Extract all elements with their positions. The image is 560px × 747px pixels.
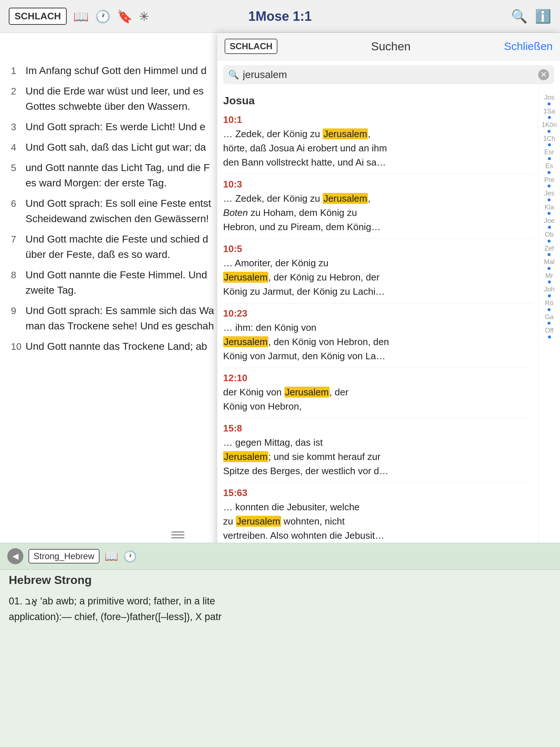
info-icon[interactable]: ℹ️ [535,9,551,24]
book-item-1sa[interactable]: 1Sa [543,107,555,121]
book-item-kla[interactable]: Kla [544,203,554,217]
book-item-ga[interactable]: Ga [545,313,553,326]
book-dot-joh [548,294,551,297]
book-dot-ob [548,240,551,243]
book-item-jes[interactable]: Jes [544,189,554,203]
book-dot-jes [548,198,551,201]
menu-line-3 [171,537,184,538]
result-item-3[interactable]: 10:5 … Amoriter, der König zuJerusalem, … [223,239,532,303]
bottom-book-icon[interactable]: 📖 [105,550,118,563]
book-item-mal[interactable]: Mal [544,258,555,271]
search-header: SCHLACH Suchen Schließen [217,33,560,60]
result-item-4[interactable]: 10:23 … ihm: den König vonJerusalem, den… [223,303,532,368]
schlach-badge[interactable]: SCHLACH [9,8,67,25]
book-item-ro[interactable]: Rö [545,299,553,313]
result-item-5[interactable]: 12:10 der König von Jerusalem, derKönig … [223,368,532,418]
top-bar: SCHLACH 📖 🕐 🔖 ✳ 1Mose 1:1 🔍 ℹ️ [0,0,560,33]
result-item-6[interactable]: 15:8 … gegen Mittag, das istJerusalem; u… [223,418,532,483]
book-dot-zef [548,253,551,256]
book-dot-es [548,171,551,174]
book-dot-pre [548,185,551,187]
bottom-panel: ◀ Strong_Hebrew 📖 🕐 Hebrew Strong 01. אָ… [0,543,560,747]
page-title: 1Mose 1:1 [248,9,312,24]
book-dot-1ch [548,143,551,146]
search-suchen-label: Suchen [283,40,498,53]
result-item-2[interactable]: 10:3 … Zedek, der König zu Jerusalem,Bot… [223,174,532,239]
book-item-1ch[interactable]: 1Ch [543,134,555,148]
bottom-panel-header: ◀ Strong_Hebrew 📖 🕐 [0,543,560,570]
book-dot-off [548,336,551,338]
book-item-esr[interactable]: Esr [544,148,554,162]
search-icon[interactable]: 🔍 [511,9,528,24]
book-dot-jos [548,102,551,105]
menu-lines-container[interactable] [168,528,188,542]
result-item-7[interactable]: 15:63 … konnten die Jebusiter, welchezu … [223,483,532,547]
book-dot-kla [548,212,551,215]
back-button[interactable]: ◀ [7,548,23,564]
book-item-pre[interactable]: Pre [544,175,554,189]
book-item-es[interactable]: Es [545,162,553,175]
book-item-mr[interactable]: Mr [545,271,553,285]
search-input-row[interactable]: 🔍 ✕ [223,65,554,84]
book-item-joe[interactable]: Joe [544,216,555,230]
book-dot-joe [548,226,551,229]
strong-badge[interactable]: Strong_Hebrew [28,549,100,564]
book-dot-mr [548,280,551,283]
menu-line-1 [171,531,184,533]
history-icon[interactable]: 🕐 [95,9,110,24]
book-item-1kon[interactable]: 1Kön [541,120,557,134]
top-bar-right: 🔍 ℹ️ [511,9,551,24]
book-dot-mal [548,267,551,270]
book-item-off[interactable]: Off [545,326,554,340]
bottom-panel-entry: 01. אָב 'ab awb; a primitive word; fathe… [0,587,560,631]
schliessen-button[interactable]: Schließen [504,40,553,53]
book-dot-1kon [548,130,551,133]
book-item-joh[interactable]: Joh [544,285,555,299]
bottom-history-icon[interactable]: 🕐 [123,550,137,563]
search-clear-button[interactable]: ✕ [538,69,549,80]
book-dot-esr [548,157,551,160]
book-dot-ga [548,322,551,325]
asterisk-icon[interactable]: ✳ [139,9,149,24]
book-item-jos[interactable]: Jos [544,93,554,107]
section-title-josua: Josua [223,89,532,110]
search-input[interactable] [243,69,534,81]
hebrew-strong-title: Hebrew Strong [0,570,560,587]
book-dot-1sa [548,116,551,119]
book-item-zef[interactable]: Zef [544,244,554,258]
main-content: 1Me 1 Im Anfang schuf Gott den Himmel un… [0,33,560,747]
result-item-1[interactable]: 10:1 … Zedek, der König zu Jerusalem,hör… [223,110,532,174]
bookmark-icon[interactable]: 🔖 [117,9,132,24]
search-magnify-icon: 🔍 [228,70,239,80]
book-item-ob[interactable]: Ob [545,230,553,244]
book-dot-ro [548,308,551,311]
search-schlach-badge[interactable]: SCHLACH [225,39,277,54]
book-icon[interactable]: 📖 [73,9,89,24]
top-bar-left: SCHLACH 📖 🕐 🔖 ✳ [9,8,149,25]
menu-line-2 [171,534,184,535]
